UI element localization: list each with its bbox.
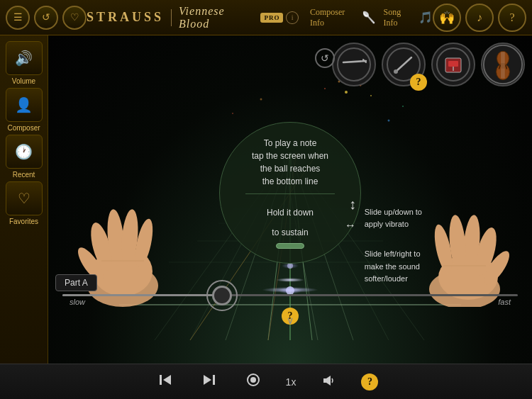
instruction-line2: tap the screen when — [252, 150, 328, 162]
restart-button[interactable]: ↺ — [34, 6, 58, 30]
svg-point-25 — [370, 95, 372, 96]
restart-icon: ↺ — [42, 11, 50, 23]
composer-info-button[interactable]: Composer Info 🥄 — [310, 7, 376, 28]
svg-point-27 — [388, 120, 390, 122]
svg-marker-69 — [204, 375, 211, 385]
music-note-icon: ♪ — [477, 11, 482, 24]
sustain-indicator — [276, 243, 304, 248]
svg-point-71 — [250, 377, 256, 383]
slider-row — [55, 294, 525, 296]
song-title: Viennese Blood — [179, 5, 256, 30]
composer-info-label: Composer Info — [310, 7, 359, 28]
song-info-icon: 🎵 — [419, 11, 433, 24]
vibrato-updown-label: Slide up/down to apply vibrato — [365, 206, 422, 231]
svg-point-31 — [338, 48, 370, 81]
title-divider — [171, 9, 172, 26]
slider-thumb[interactable] — [212, 286, 232, 305]
recent-icon: 🕐 — [6, 135, 43, 169]
svg-rect-39 — [448, 61, 458, 67]
music-note-button[interactable]: ♪ — [465, 4, 494, 32]
slider-labels: slow fast — [55, 298, 525, 306]
sidebar-favorites-label: Favorites — [9, 218, 38, 225]
favorite-icon: ♡ — [70, 11, 79, 23]
instrument-question[interactable]: ? — [410, 74, 427, 91]
part-label: Part A — [55, 274, 97, 291]
main-content: ↺ ? — [48, 35, 532, 364]
song-info-label: Song Info — [383, 7, 416, 28]
composer-title: STRAUSS — [87, 10, 164, 25]
instruction-line6: to sustain — [272, 226, 308, 239]
sidebar-recent-label: Recent — [13, 171, 35, 179]
instrument-refresh-button[interactable]: ↺ — [315, 48, 335, 68]
instruction-line1: To play a note — [264, 137, 317, 150]
question-badge-instruments[interactable]: ? — [410, 74, 427, 91]
bottom-bar: 1x ? — [0, 364, 532, 399]
chevron-up[interactable]: ∨ — [287, 315, 294, 327]
svg-rect-66 — [160, 375, 162, 385]
svg-point-22 — [345, 91, 348, 94]
vibrato-updown-arrow: ↕ — [349, 196, 356, 213]
instruction-bubble: To play a note tap the screen when the b… — [219, 122, 361, 264]
slider-fast-label: fast — [498, 298, 511, 306]
sidebar-item-volume[interactable]: 🔊 Volume — [3, 41, 45, 85]
svg-point-28 — [402, 106, 404, 107]
favorite-button[interactable]: ♡ — [62, 6, 87, 30]
svg-rect-68 — [213, 375, 215, 385]
gloves-icon: 🙌 — [439, 10, 455, 26]
slider-track[interactable] — [62, 294, 518, 296]
svg-point-36 — [394, 69, 398, 74]
pro-badge: PRO — [260, 13, 283, 23]
instrument-row: ? — [332, 43, 525, 86]
menu-icon: ☰ — [13, 11, 23, 23]
instruction-line3: the ball reaches — [260, 162, 321, 175]
svg-marker-67 — [163, 375, 171, 385]
top-bar: ☰ ↺ ♡ STRAUSS Viennese Blood PRO i Compo… — [0, 0, 532, 35]
vibrato-labels: Slide up/down to apply vibrato Slide lef… — [365, 206, 422, 286]
help-icon: ? — [509, 11, 514, 24]
song-info-button[interactable]: Song Info 🎵 — [383, 7, 433, 28]
instruction-line4: the bottom line — [262, 175, 318, 188]
slider-slow-label: slow — [70, 298, 85, 306]
volume-button[interactable] — [317, 369, 340, 395]
sidebar-item-composer[interactable]: 👤 Composer — [3, 88, 45, 132]
bottom-question-badge[interactable]: ? — [361, 373, 378, 390]
instrument-box[interactable] — [431, 43, 475, 86]
composer-icon: 👤 — [6, 88, 43, 122]
record-button[interactable] — [242, 369, 265, 395]
skip-back-button[interactable] — [154, 369, 177, 395]
speed-label: 1x — [286, 376, 297, 388]
instrument-flute[interactable] — [332, 43, 376, 86]
sidebar-composer-label: Composer — [7, 124, 40, 132]
title-area: STRAUSS Viennese Blood PRO i Composer In… — [87, 5, 433, 30]
svg-point-29 — [260, 99, 262, 101]
composer-spoon-icon: 🥄 — [362, 11, 376, 24]
instrument-violin[interactable] — [481, 43, 525, 86]
svg-marker-72 — [323, 376, 331, 386]
svg-point-26 — [324, 88, 326, 89]
info-button[interactable]: i — [286, 11, 299, 24]
svg-point-21 — [287, 263, 293, 269]
sidebar-item-recent[interactable]: 🕐 Recent — [3, 135, 45, 179]
sidebar-volume-label: Volume — [12, 77, 35, 85]
sidebar-item-favorites[interactable]: ♡ Favorites — [3, 181, 45, 225]
vibrato-leftright-arrow: ↔ — [345, 219, 356, 232]
menu-button[interactable]: ☰ — [6, 6, 30, 30]
favorites-icon: ♡ — [6, 181, 43, 215]
sidebar: 🔊 Volume 👤 Composer 🕐 Recent ♡ Favorites — [0, 35, 48, 364]
svg-point-30 — [232, 113, 233, 114]
instruction-line5: Hold it down — [267, 206, 314, 219]
top-bar-left: ☰ ↺ ♡ — [0, 6, 87, 30]
slider-fill — [62, 294, 222, 296]
volume-icon: 🔊 — [6, 41, 43, 75]
top-bar-right: 🙌 ♪ ? — [433, 4, 532, 32]
switch-modes-button[interactable]: 🙌 — [433, 4, 461, 32]
help-button[interactable]: ? — [498, 4, 526, 32]
skip-forward-button[interactable] — [198, 369, 221, 395]
